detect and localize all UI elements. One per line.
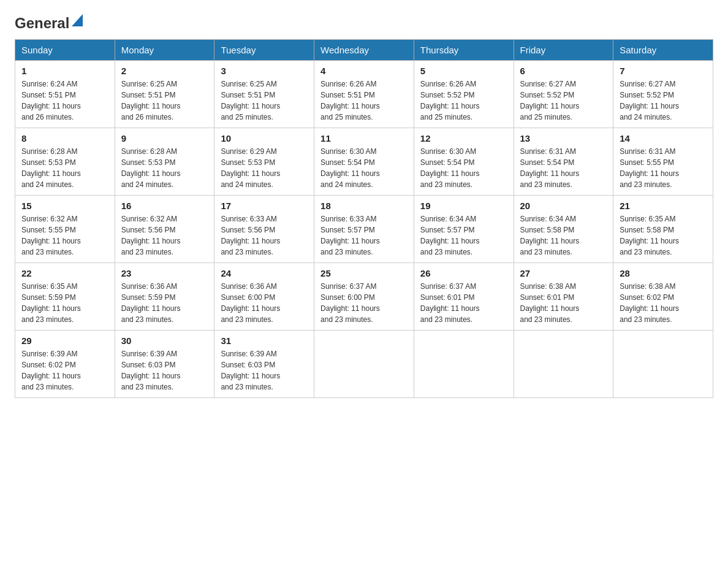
day-info: Sunrise: 6:31 AM Sunset: 5:54 PM Dayligh… <box>520 146 607 190</box>
calendar-header-row: SundayMondayTuesdayWednesdayThursdayFrid… <box>15 40 713 61</box>
day-info: Sunrise: 6:33 AM Sunset: 5:56 PM Dayligh… <box>221 213 308 258</box>
day-number: 15 <box>21 201 108 211</box>
day-number: 23 <box>121 268 208 278</box>
svg-marker-0 <box>72 14 83 26</box>
logo-general-text: General <box>15 15 69 32</box>
day-number: 5 <box>420 66 507 76</box>
day-info: Sunrise: 6:27 AM Sunset: 5:52 PM Dayligh… <box>520 79 607 123</box>
calendar-cell: 29 Sunrise: 6:39 AM Sunset: 6:02 PM Dayl… <box>15 331 115 398</box>
day-info: Sunrise: 6:29 AM Sunset: 5:53 PM Dayligh… <box>221 146 308 190</box>
day-number: 25 <box>320 268 408 278</box>
calendar-cell: 10 Sunrise: 6:29 AM Sunset: 5:53 PM Dayl… <box>214 128 314 196</box>
day-number: 17 <box>221 201 308 211</box>
calendar-cell: 27 Sunrise: 6:38 AM Sunset: 6:01 PM Dayl… <box>514 263 613 331</box>
calendar-cell <box>514 331 613 398</box>
calendar-cell: 23 Sunrise: 6:36 AM Sunset: 5:59 PM Dayl… <box>115 263 214 331</box>
calendar-cell: 22 Sunrise: 6:35 AM Sunset: 5:59 PM Dayl… <box>15 263 115 331</box>
day-number: 30 <box>121 335 208 346</box>
day-number: 28 <box>620 268 707 278</box>
calendar-week-row: 1 Sunrise: 6:24 AM Sunset: 5:51 PM Dayli… <box>15 61 713 128</box>
calendar-cell: 30 Sunrise: 6:39 AM Sunset: 6:03 PM Dayl… <box>115 331 214 398</box>
day-info: Sunrise: 6:32 AM Sunset: 5:56 PM Dayligh… <box>121 213 208 258</box>
calendar-week-row: 15 Sunrise: 6:32 AM Sunset: 5:55 PM Dayl… <box>15 196 713 263</box>
day-number: 20 <box>520 201 607 211</box>
day-number: 14 <box>620 133 707 144</box>
day-info: Sunrise: 6:34 AM Sunset: 5:58 PM Dayligh… <box>520 213 607 258</box>
calendar-cell: 17 Sunrise: 6:33 AM Sunset: 5:56 PM Dayl… <box>214 196 314 263</box>
day-info: Sunrise: 6:39 AM Sunset: 6:02 PM Dayligh… <box>21 348 108 393</box>
day-number: 11 <box>320 133 408 144</box>
calendar-cell: 4 Sunrise: 6:26 AM Sunset: 5:51 PM Dayli… <box>314 61 414 128</box>
day-info: Sunrise: 6:35 AM Sunset: 5:59 PM Dayligh… <box>21 281 108 325</box>
day-info: Sunrise: 6:30 AM Sunset: 5:54 PM Dayligh… <box>320 146 408 190</box>
day-info: Sunrise: 6:39 AM Sunset: 6:03 PM Dayligh… <box>221 348 308 393</box>
day-of-week-header: Saturday <box>613 40 713 61</box>
day-info: Sunrise: 6:31 AM Sunset: 5:55 PM Dayligh… <box>620 146 707 190</box>
calendar-cell: 16 Sunrise: 6:32 AM Sunset: 5:56 PM Dayl… <box>115 196 214 263</box>
day-of-week-header: Friday <box>514 40 613 61</box>
day-info: Sunrise: 6:34 AM Sunset: 5:57 PM Dayligh… <box>420 213 507 258</box>
day-info: Sunrise: 6:32 AM Sunset: 5:55 PM Dayligh… <box>21 213 108 258</box>
day-number: 16 <box>121 201 208 211</box>
day-info: Sunrise: 6:26 AM Sunset: 5:52 PM Dayligh… <box>420 79 507 123</box>
day-number: 29 <box>21 335 108 346</box>
day-info: Sunrise: 6:25 AM Sunset: 5:51 PM Dayligh… <box>121 79 208 123</box>
calendar-table: SundayMondayTuesdayWednesdayThursdayFrid… <box>15 39 713 398</box>
day-info: Sunrise: 6:36 AM Sunset: 6:00 PM Dayligh… <box>221 281 308 325</box>
calendar-cell: 18 Sunrise: 6:33 AM Sunset: 5:57 PM Dayl… <box>314 196 414 263</box>
day-info: Sunrise: 6:24 AM Sunset: 5:51 PM Dayligh… <box>21 79 108 123</box>
day-number: 6 <box>520 66 607 76</box>
day-info: Sunrise: 6:25 AM Sunset: 5:51 PM Dayligh… <box>221 79 308 123</box>
calendar-cell: 31 Sunrise: 6:39 AM Sunset: 6:03 PM Dayl… <box>214 331 314 398</box>
day-number: 26 <box>420 268 507 278</box>
day-number: 8 <box>21 133 108 144</box>
day-info: Sunrise: 6:30 AM Sunset: 5:54 PM Dayligh… <box>420 146 507 190</box>
day-info: Sunrise: 6:28 AM Sunset: 5:53 PM Dayligh… <box>121 146 208 190</box>
calendar-cell: 6 Sunrise: 6:27 AM Sunset: 5:52 PM Dayli… <box>514 61 613 128</box>
day-number: 3 <box>221 66 308 76</box>
day-number: 9 <box>121 133 208 144</box>
calendar-cell: 19 Sunrise: 6:34 AM Sunset: 5:57 PM Dayl… <box>414 196 514 263</box>
calendar-cell: 11 Sunrise: 6:30 AM Sunset: 5:54 PM Dayl… <box>314 128 414 196</box>
calendar-cell: 1 Sunrise: 6:24 AM Sunset: 5:51 PM Dayli… <box>15 61 115 128</box>
day-number: 2 <box>121 66 208 76</box>
day-info: Sunrise: 6:33 AM Sunset: 5:57 PM Dayligh… <box>320 213 408 258</box>
day-number: 19 <box>420 201 507 211</box>
day-info: Sunrise: 6:37 AM Sunset: 6:00 PM Dayligh… <box>320 281 408 325</box>
day-of-week-header: Monday <box>115 40 214 61</box>
day-number: 1 <box>21 66 108 76</box>
calendar-cell: 25 Sunrise: 6:37 AM Sunset: 6:00 PM Dayl… <box>314 263 414 331</box>
logo: General <box>15 15 83 29</box>
calendar-cell: 13 Sunrise: 6:31 AM Sunset: 5:54 PM Dayl… <box>514 128 613 196</box>
day-number: 12 <box>420 133 507 144</box>
day-info: Sunrise: 6:26 AM Sunset: 5:51 PM Dayligh… <box>320 79 408 123</box>
day-of-week-header: Sunday <box>15 40 115 61</box>
calendar-cell: 3 Sunrise: 6:25 AM Sunset: 5:51 PM Dayli… <box>214 61 314 128</box>
day-info: Sunrise: 6:38 AM Sunset: 6:02 PM Dayligh… <box>620 281 707 325</box>
day-of-week-header: Thursday <box>414 40 514 61</box>
calendar-cell <box>414 331 514 398</box>
day-of-week-header: Wednesday <box>314 40 414 61</box>
logo-triangle-icon <box>72 14 83 29</box>
day-info: Sunrise: 6:35 AM Sunset: 5:58 PM Dayligh… <box>620 213 707 258</box>
calendar-cell: 9 Sunrise: 6:28 AM Sunset: 5:53 PM Dayli… <box>115 128 214 196</box>
day-number: 22 <box>21 268 108 278</box>
calendar-cell: 20 Sunrise: 6:34 AM Sunset: 5:58 PM Dayl… <box>514 196 613 263</box>
calendar-cell: 2 Sunrise: 6:25 AM Sunset: 5:51 PM Dayli… <box>115 61 214 128</box>
day-info: Sunrise: 6:37 AM Sunset: 6:01 PM Dayligh… <box>420 281 507 325</box>
day-info: Sunrise: 6:27 AM Sunset: 5:52 PM Dayligh… <box>620 79 707 123</box>
day-of-week-header: Tuesday <box>214 40 314 61</box>
calendar-week-row: 8 Sunrise: 6:28 AM Sunset: 5:53 PM Dayli… <box>15 128 713 196</box>
calendar-week-row: 29 Sunrise: 6:39 AM Sunset: 6:02 PM Dayl… <box>15 331 713 398</box>
calendar-cell: 14 Sunrise: 6:31 AM Sunset: 5:55 PM Dayl… <box>613 128 713 196</box>
day-info: Sunrise: 6:36 AM Sunset: 5:59 PM Dayligh… <box>121 281 208 325</box>
day-number: 27 <box>520 268 607 278</box>
day-number: 24 <box>221 268 308 278</box>
calendar-cell: 7 Sunrise: 6:27 AM Sunset: 5:52 PM Dayli… <box>613 61 713 128</box>
calendar-cell: 28 Sunrise: 6:38 AM Sunset: 6:02 PM Dayl… <box>613 263 713 331</box>
page-header: General <box>15 15 713 29</box>
day-number: 21 <box>620 201 707 211</box>
day-info: Sunrise: 6:28 AM Sunset: 5:53 PM Dayligh… <box>21 146 108 190</box>
day-number: 10 <box>221 133 308 144</box>
calendar-cell: 21 Sunrise: 6:35 AM Sunset: 5:58 PM Dayl… <box>613 196 713 263</box>
